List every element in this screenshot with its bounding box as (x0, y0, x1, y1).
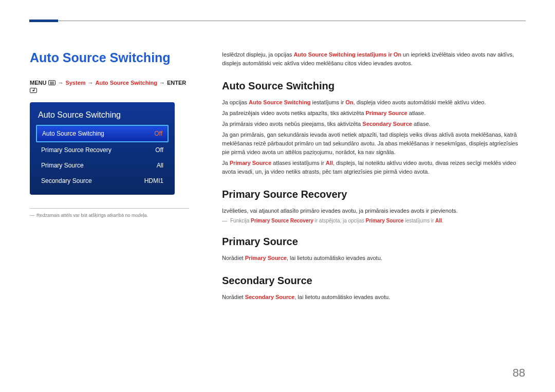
dash-icon: ― (222, 218, 227, 223)
osd-row-primary-source-recovery[interactable]: Primary Source Recovery Off (36, 142, 169, 158)
osd-row-label: Auto Source Switching (42, 130, 104, 137)
ass-p1: Ja opcijas Auto Source Switching iestatī… (222, 98, 525, 107)
osd-row-label: Secondary Source (41, 177, 92, 184)
intro-paragraph: Ieslēdzot displeju, ja opcijas Auto Sour… (222, 50, 525, 68)
arrow-icon: → (159, 80, 165, 86)
ass-p4: Ja gan primārais, gan sekundārais ievada… (222, 130, 525, 157)
osd-row-auto-source-switching[interactable]: Auto Source Switching Off (36, 125, 169, 142)
arrow-icon: → (58, 80, 63, 86)
psr-p1: Izvēlieties, vai atjaunot atlasīto primā… (222, 207, 525, 215)
osd-panel-header: Auto Source Switching (36, 108, 169, 125)
osd-row-value: Off (155, 146, 163, 154)
right-column: Ieslēdzot displeju, ja opcijas Auto Sour… (222, 50, 525, 304)
feature-label: Auto Source Switching (96, 80, 157, 86)
osd-row-value: HDMI1 (144, 177, 163, 184)
ss-p1: Norādiet Secondary Source, lai lietotu a… (222, 293, 525, 302)
menu-label: MENU (30, 80, 46, 86)
osd-row-value: All (157, 162, 163, 169)
menu-path: MENU → System → Auto Source Switching → … (30, 80, 189, 93)
osd-row-value: Off (154, 130, 162, 137)
osd-row-primary-source[interactable]: Primary Source All (36, 158, 169, 173)
system-label: System (65, 80, 85, 86)
ass-p5: Ja Primary Source atlases iestatījums ir… (222, 159, 525, 176)
enter-label: ENTER (167, 80, 186, 86)
left-column: Auto Source Switching MENU → System → Au… (30, 50, 189, 304)
osd-panel: Auto Source Switching Auto Source Switch… (30, 102, 175, 195)
enter-icon (30, 88, 37, 93)
dash-icon: ― (30, 213, 34, 218)
psr-note: ― Funkcija Primary Source Recovery ir at… (222, 218, 525, 223)
heading-auto-source-switching: Auto Source Switching (222, 80, 525, 92)
menu-icon (48, 80, 55, 85)
heading-secondary-source: Secondary Source (222, 275, 525, 287)
header-accent (29, 20, 58, 22)
heading-primary-source: Primary Source (222, 236, 525, 248)
page-title: Auto Source Switching (30, 50, 189, 65)
ass-p3: Ja primārais video avots nebūs pieejams,… (222, 120, 525, 128)
header-rule (29, 21, 526, 22)
heading-primary-source-recovery: Primary Source Recovery (222, 189, 525, 200)
page-number: 88 (513, 366, 525, 380)
divider (30, 208, 189, 209)
footnote-text: Redzamais attēls var būt atšķirīgs atkar… (36, 213, 148, 218)
osd-row-secondary-source[interactable]: Secondary Source HDMI1 (36, 173, 169, 189)
ps-p1: Norādiet Primary Source, lai lietotu aut… (222, 254, 525, 263)
footnote: ― Redzamais attēls var būt atšķirīgs atk… (30, 213, 189, 218)
ass-p2: Ja pašreizējais video avots netiks atpaz… (222, 109, 525, 118)
arrow-icon: → (88, 80, 94, 86)
osd-row-label: Primary Source Recovery (41, 146, 112, 154)
osd-row-label: Primary Source (41, 162, 84, 169)
